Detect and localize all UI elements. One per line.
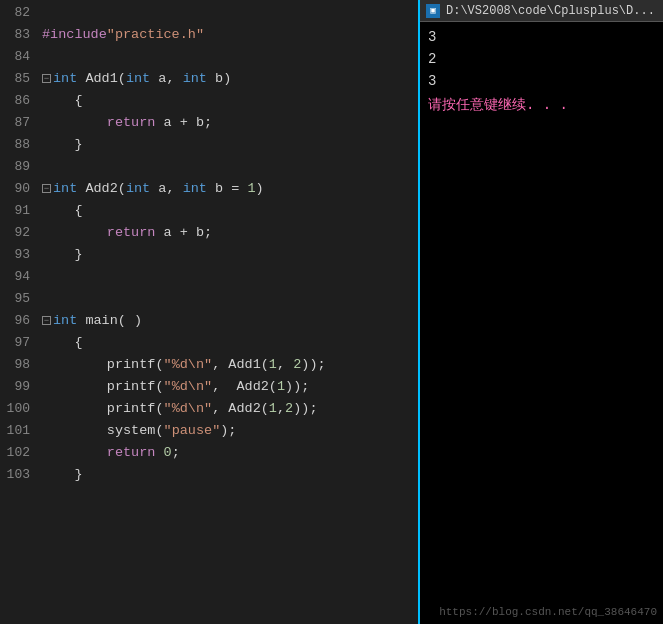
line-number: 86 bbox=[0, 90, 38, 112]
token-str: "%d\n" bbox=[164, 357, 213, 372]
line-number: 87 bbox=[0, 112, 38, 134]
watermark: https://blog.csdn.net/qq_38646470 bbox=[439, 606, 657, 618]
token-kw: int bbox=[53, 71, 77, 86]
token-num: 1 bbox=[269, 357, 277, 372]
output-title-bar: ▣ D:\VS2008\code\Cplusplus\D... bbox=[420, 0, 663, 22]
token-num: 1 bbox=[277, 379, 285, 394]
line-number: 99 bbox=[0, 376, 38, 398]
token-ret: return bbox=[107, 445, 156, 460]
token-plain bbox=[42, 225, 107, 240]
token-plain: printf( bbox=[42, 357, 164, 372]
line-content: return 0; bbox=[38, 442, 418, 464]
token-str: "%d\n" bbox=[164, 379, 213, 394]
line-content: return a + b; bbox=[38, 222, 418, 244]
code-line: 87 return a + b; bbox=[0, 112, 418, 134]
token-plain: printf( bbox=[42, 401, 164, 416]
collapse-icon[interactable]: − bbox=[42, 184, 51, 193]
token-plain: ; bbox=[172, 445, 180, 460]
line-content: system("pause"); bbox=[38, 420, 418, 442]
token-plain: } bbox=[42, 137, 83, 152]
line-number: 97 bbox=[0, 332, 38, 354]
line-number: 93 bbox=[0, 244, 38, 266]
line-content bbox=[38, 156, 418, 178]
line-content: printf("%d\n", Add2(1)); bbox=[38, 376, 418, 398]
output-content: 3 2 3 请按任意键继续. . . bbox=[420, 22, 663, 624]
line-number: 96 bbox=[0, 310, 38, 332]
code-line: 82 bbox=[0, 2, 418, 24]
code-line: 94 bbox=[0, 266, 418, 288]
collapse-icon[interactable]: − bbox=[42, 74, 51, 83]
token-plain: { bbox=[42, 203, 83, 218]
code-line: 95 bbox=[0, 288, 418, 310]
output-line-3: 3 bbox=[428, 70, 655, 92]
token-plain: b = bbox=[207, 181, 248, 196]
token-plain: Add2( bbox=[77, 181, 126, 196]
line-content: { bbox=[38, 200, 418, 222]
token-plain: , Add1( bbox=[212, 357, 269, 372]
token-plain: , Add2( bbox=[212, 379, 277, 394]
token-kw: int bbox=[53, 313, 77, 328]
line-number: 102 bbox=[0, 442, 38, 464]
line-content bbox=[38, 2, 418, 24]
token-kw: int bbox=[126, 181, 150, 196]
line-number: 89 bbox=[0, 156, 38, 178]
token-inc: #include bbox=[42, 27, 107, 42]
line-content: { bbox=[38, 90, 418, 112]
token-ret: return bbox=[107, 115, 156, 130]
token-plain: )); bbox=[301, 357, 325, 372]
code-line: 88 } bbox=[0, 134, 418, 156]
line-number: 88 bbox=[0, 134, 38, 156]
line-number: 94 bbox=[0, 266, 38, 288]
line-content: } bbox=[38, 244, 418, 266]
code-line: 103 } bbox=[0, 464, 418, 486]
line-content: −int Add2(int a, int b = 1) bbox=[38, 178, 418, 200]
token-plain: Add1( bbox=[77, 71, 126, 86]
code-line: 90−int Add2(int a, int b = 1) bbox=[0, 178, 418, 200]
token-num: 1 bbox=[269, 401, 277, 416]
line-content bbox=[38, 266, 418, 288]
line-number: 103 bbox=[0, 464, 38, 486]
code-line: 98 printf("%d\n", Add1(1, 2)); bbox=[0, 354, 418, 376]
code-line: 100 printf("%d\n", Add2(1,2)); bbox=[0, 398, 418, 420]
token-plain bbox=[42, 115, 107, 130]
token-str: "pause" bbox=[164, 423, 221, 438]
code-editor: 82 83#include"practice.h"84 85−int Add1(… bbox=[0, 0, 420, 624]
token-kw: int bbox=[183, 71, 207, 86]
line-number: 91 bbox=[0, 200, 38, 222]
code-line: 86 { bbox=[0, 90, 418, 112]
line-content bbox=[38, 288, 418, 310]
token-plain: { bbox=[42, 93, 83, 108]
line-content: } bbox=[38, 464, 418, 486]
line-content: printf("%d\n", Add1(1, 2)); bbox=[38, 354, 418, 376]
line-number: 82 bbox=[0, 2, 38, 24]
token-num: 1 bbox=[247, 181, 255, 196]
token-kw: int bbox=[53, 181, 77, 196]
code-line: 91 { bbox=[0, 200, 418, 222]
token-plain: a + b; bbox=[155, 225, 212, 240]
collapse-icon[interactable]: − bbox=[42, 316, 51, 325]
line-content: { bbox=[38, 332, 418, 354]
line-number: 98 bbox=[0, 354, 38, 376]
output-title: D:\VS2008\code\Cplusplus\D... bbox=[446, 4, 655, 18]
code-line: 99 printf("%d\n", Add2(1)); bbox=[0, 376, 418, 398]
token-num: 2 bbox=[285, 401, 293, 416]
output-line-2: 2 bbox=[428, 48, 655, 70]
token-plain: { bbox=[42, 335, 83, 350]
token-plain: ); bbox=[220, 423, 236, 438]
token-hdr: "practice.h" bbox=[107, 27, 204, 42]
line-number: 100 bbox=[0, 398, 38, 420]
line-number: 90 bbox=[0, 178, 38, 200]
code-line: 85−int Add1(int a, int b) bbox=[0, 68, 418, 90]
line-content: return a + b; bbox=[38, 112, 418, 134]
token-plain bbox=[42, 445, 107, 460]
token-plain: main( ) bbox=[77, 313, 142, 328]
output-panel: ▣ D:\VS2008\code\Cplusplus\D... 3 2 3 请按… bbox=[420, 0, 663, 624]
code-line: 96−int main( ) bbox=[0, 310, 418, 332]
token-plain: ) bbox=[256, 181, 264, 196]
line-number: 95 bbox=[0, 288, 38, 310]
token-ret: return bbox=[107, 225, 156, 240]
output-prompt: 请按任意键继续. . . bbox=[428, 94, 655, 116]
token-num: 0 bbox=[164, 445, 172, 460]
line-number: 84 bbox=[0, 46, 38, 68]
line-content: −int main( ) bbox=[38, 310, 418, 332]
